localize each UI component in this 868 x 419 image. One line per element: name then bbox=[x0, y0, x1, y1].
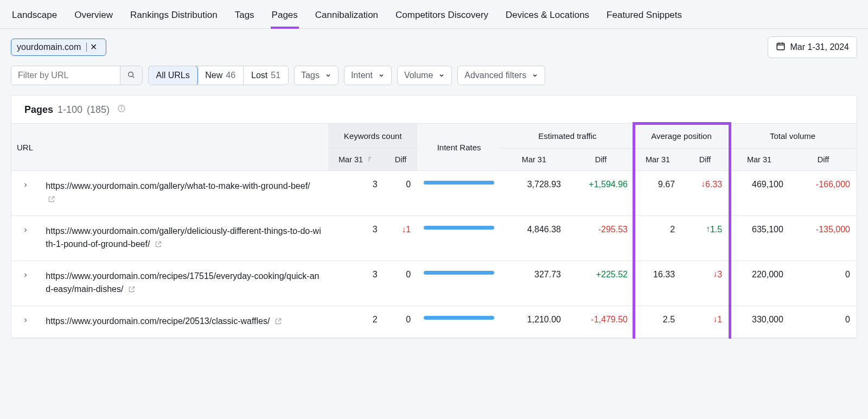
chevron-down-icon bbox=[378, 72, 385, 79]
expand-icon[interactable] bbox=[22, 226, 29, 236]
close-icon[interactable]: ✕ bbox=[86, 43, 100, 52]
info-icon[interactable] bbox=[117, 104, 126, 116]
intent-bar bbox=[424, 226, 494, 230]
svg-point-3 bbox=[122, 107, 122, 107]
col-url[interactable]: URL bbox=[11, 124, 328, 171]
tv-value: 635,100 bbox=[729, 216, 790, 261]
pages-card: Pages 1-100 (185) URL Keywords count Int… bbox=[11, 95, 857, 339]
tab-featured-snippets[interactable]: Featured Snippets bbox=[605, 7, 683, 28]
advanced-label: Advanced filters bbox=[464, 71, 526, 80]
expand-icon[interactable] bbox=[22, 316, 29, 326]
table-row: https://www.yourdomain.com/recipe/20513/… bbox=[11, 306, 857, 338]
external-link-icon[interactable] bbox=[128, 284, 136, 297]
tv-diff: -135,000 bbox=[790, 216, 857, 261]
intent-cell bbox=[417, 306, 501, 338]
et-diff: -295.53 bbox=[567, 216, 634, 261]
tv-diff: -166,000 bbox=[790, 171, 857, 216]
tab-landscape[interactable]: Landscape bbox=[11, 7, 58, 28]
ap-diff: ↓3 bbox=[681, 261, 729, 306]
et-diff: +225.52 bbox=[567, 261, 634, 306]
filters-row-2: All URLs New 46 Lost 51 Tags Intent Volu… bbox=[0, 58, 868, 85]
tv-diff: 0 bbox=[790, 261, 857, 306]
search-button[interactable] bbox=[120, 66, 142, 85]
expand-icon[interactable] bbox=[22, 271, 29, 281]
col-tv-diff[interactable]: Diff bbox=[790, 149, 857, 171]
seg-lost-count: 51 bbox=[271, 71, 280, 80]
volume-dropdown[interactable]: Volume bbox=[397, 66, 452, 85]
col-intent-rates[interactable]: Intent Rates bbox=[417, 124, 501, 171]
external-link-icon[interactable] bbox=[275, 316, 282, 329]
tab-devices-locations[interactable]: Devices & Locations bbox=[505, 7, 590, 28]
chevron-down-icon bbox=[532, 72, 538, 79]
tab-competitors-discovery[interactable]: Competitors Discovery bbox=[394, 7, 489, 28]
date-range-label: Mar 1-31, 2024 bbox=[790, 42, 849, 52]
col-kw-date[interactable]: Mar 31 bbox=[328, 149, 384, 171]
card-total: (185) bbox=[87, 104, 110, 116]
filters-row-1: yourdomain.com ✕ Mar 1-31, 2024 bbox=[0, 29, 868, 58]
kw-diff: 0 bbox=[384, 171, 418, 216]
kw-value: 2 bbox=[328, 306, 384, 338]
et-diff: -1,479.50 bbox=[567, 306, 634, 338]
kw-value: 3 bbox=[328, 171, 384, 216]
col-ap-date[interactable]: Mar 31 bbox=[634, 149, 681, 171]
col-keywords-count[interactable]: Keywords count bbox=[328, 124, 417, 149]
intent-dropdown[interactable]: Intent bbox=[344, 66, 392, 85]
tab-tags[interactable]: Tags bbox=[234, 7, 256, 28]
tab-rankings-distribution[interactable]: Rankings Distribution bbox=[129, 7, 219, 28]
tab-cannibalization[interactable]: Cannibalization bbox=[314, 7, 379, 28]
intent-bar bbox=[424, 271, 494, 275]
table-row: https://www.yourdomain.com/gallery/what-… bbox=[11, 171, 857, 216]
ap-value: 16.33 bbox=[634, 261, 681, 306]
ap-diff: ↓1 bbox=[681, 306, 729, 338]
advanced-filters-dropdown[interactable]: Advanced filters bbox=[457, 66, 545, 85]
url-cell[interactable]: https://www.yourdomain.com/gallery/delic… bbox=[39, 216, 328, 261]
kw-diff: 0 bbox=[384, 261, 418, 306]
url-cell[interactable]: https://www.yourdomain.com/recipes/17515… bbox=[39, 261, 328, 306]
et-value: 327.73 bbox=[501, 261, 567, 306]
external-link-icon[interactable] bbox=[48, 194, 55, 207]
col-tv-date[interactable]: Mar 31 bbox=[729, 149, 790, 171]
ap-diff: ↑1.5 bbox=[681, 216, 729, 261]
tags-dropdown[interactable]: Tags bbox=[294, 66, 339, 85]
col-et-date[interactable]: Mar 31 bbox=[501, 149, 567, 171]
kw-value: 3 bbox=[328, 261, 384, 306]
tv-value: 220,000 bbox=[729, 261, 790, 306]
calendar-icon bbox=[776, 41, 786, 53]
et-value: 4,846.38 bbox=[501, 216, 567, 261]
seg-new-label: New bbox=[205, 71, 222, 80]
tags-label: Tags bbox=[301, 71, 320, 80]
intent-cell bbox=[417, 216, 501, 261]
table-row: https://www.yourdomain.com/gallery/delic… bbox=[11, 216, 857, 261]
col-ap-diff[interactable]: Diff bbox=[681, 149, 729, 171]
sort-desc-icon bbox=[367, 155, 374, 164]
tv-value: 469,100 bbox=[729, 171, 790, 216]
url-cell[interactable]: https://www.yourdomain.com/gallery/what-… bbox=[39, 171, 328, 216]
seg-lost[interactable]: Lost 51 bbox=[243, 66, 288, 85]
kw-value: 3 bbox=[328, 216, 384, 261]
external-link-icon[interactable] bbox=[155, 239, 162, 252]
url-cell[interactable]: https://www.yourdomain.com/recipe/20513/… bbox=[39, 306, 328, 338]
tv-diff: 0 bbox=[790, 306, 857, 338]
svg-rect-0 bbox=[777, 43, 785, 50]
expand-icon[interactable] bbox=[22, 181, 29, 191]
kw-diff: 0 bbox=[384, 306, 418, 338]
seg-new[interactable]: New 46 bbox=[197, 66, 243, 85]
col-estimated-traffic[interactable]: Estimated traffic bbox=[501, 124, 634, 149]
intent-cell bbox=[417, 171, 501, 216]
col-total-volume[interactable]: Total volume bbox=[729, 124, 857, 149]
tv-value: 330,000 bbox=[729, 306, 790, 338]
date-range-picker[interactable]: Mar 1-31, 2024 bbox=[768, 36, 857, 58]
seg-new-count: 46 bbox=[226, 71, 235, 80]
seg-lost-label: Lost bbox=[251, 71, 267, 80]
tab-pages[interactable]: Pages bbox=[271, 7, 299, 28]
svg-point-1 bbox=[129, 72, 133, 77]
col-et-diff[interactable]: Diff bbox=[567, 149, 634, 171]
col-average-position[interactable]: Average position bbox=[634, 124, 729, 149]
col-kw-diff[interactable]: Diff bbox=[384, 149, 418, 171]
domain-chip[interactable]: yourdomain.com ✕ bbox=[11, 39, 106, 56]
et-diff: +1,594.96 bbox=[567, 171, 634, 216]
domain-chip-label: yourdomain.com bbox=[17, 42, 81, 52]
seg-all-urls[interactable]: All URLs bbox=[148, 66, 198, 85]
tab-overview[interactable]: Overview bbox=[73, 7, 114, 28]
url-filter-input[interactable] bbox=[11, 66, 120, 85]
